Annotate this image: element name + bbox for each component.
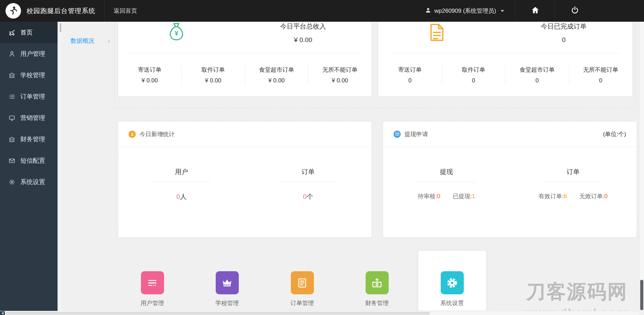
sidebar-item-settings[interactable]: 系统设置 [0, 171, 58, 193]
back-home-link[interactable]: 返回首页 [114, 7, 137, 15]
tab-data-overview[interactable]: 数据概况 › [71, 37, 110, 45]
navbar-divider [104, 0, 105, 22]
navbar-divider [555, 0, 555, 22]
app-logo[interactable] [6, 3, 21, 19]
scrollbar-corner [639, 311, 644, 315]
user-icon [425, 7, 431, 15]
user-menu[interactable]: wp260909 (系统管理员) [423, 7, 506, 15]
today-orders-value: 0 [303, 193, 307, 200]
person-badge-icon [129, 131, 136, 138]
shortcut-order-management[interactable]: 订单管理 [274, 271, 331, 307]
sidebar-item-sms[interactable]: 短信配置 [0, 150, 58, 171]
gear-icon [8, 179, 15, 185]
withdraw-done: 已提现:1 [453, 192, 475, 200]
sidebar-item-label: 系统设置 [20, 178, 45, 186]
navbar-divider [515, 0, 515, 22]
underline [418, 182, 476, 182]
sidebar-item-label: 用户管理 [20, 50, 45, 58]
top-navbar: 校园跑腿后台管理系统 返回首页 wp260909 (系统管理员) [0, 0, 644, 22]
withdraw-title: 提现申请 [405, 130, 428, 138]
withdraw-card: 提现申请 (单位:个) 提现 待审核:0 已提现:1 订单 有效订单:6 无效订… [383, 121, 637, 237]
gear-icon [441, 271, 464, 294]
home-icon [531, 6, 540, 16]
sidebar-item-orders[interactable]: 订单管理 [0, 86, 58, 107]
income-stat: 无所不能订单 ¥ 0.00 [308, 66, 371, 84]
completed-value: 0 [562, 36, 566, 44]
envelope-icon [8, 157, 15, 164]
completed-orders-card: 今日已完成订单 0 寄送订单 0 取件订单 0 食堂超市订单 0 无所不能订单 [378, 13, 633, 96]
orders-valid: 有效订单:6 [539, 192, 567, 200]
income-card: ¥ 今日平台总收入 ¥ 0.00 寄送订单 ¥ 0.00 取件订单 ¥ 0.00 [118, 13, 372, 96]
sidebar-item-users[interactable]: 用户管理 [0, 43, 58, 64]
sidebar-item-finance[interactable]: 财务管理 [0, 129, 58, 150]
sidebar-item-label: 财务管理 [20, 135, 45, 143]
today-stats-card: 今日新增统计 用户 0人 订单 0个 [118, 121, 372, 237]
today-orders-column: 订单 0个 [245, 147, 372, 237]
sidebar: 首页 用户管理 学校管理 [0, 22, 58, 311]
unit-note: (单位:个) [603, 130, 626, 138]
username: wp260909 (系统管理员) [434, 7, 496, 15]
today-stats-title: 今日新增统计 [140, 130, 175, 138]
sidebar-scrollbar-thumb[interactable] [60, 23, 61, 32]
sidebar-item-label: 营销管理 [20, 114, 45, 122]
shortcut-user-management[interactable]: 用户管理 [124, 271, 181, 307]
bank-icon [8, 136, 15, 143]
chevron-right-icon: › [108, 37, 110, 45]
school-icon [8, 72, 15, 79]
horizontal-scrollbar-thumb[interactable] [6, 312, 430, 315]
withdraw-column: 提现 待审核:0 已提现:1 [383, 147, 510, 237]
income-stat: 食堂超市订单 ¥ 0.00 [245, 66, 308, 84]
sidebar-scrollbar[interactable] [59, 22, 62, 311]
income-stat: 寄送订单 ¥ 0.00 [118, 66, 181, 84]
user-list-icon [141, 271, 164, 294]
sidebar-item-label: 学校管理 [20, 71, 45, 79]
crown-icon [216, 271, 239, 294]
shortcut-school-management[interactable]: 学校管理 [198, 271, 256, 307]
today-users-value: 0 [176, 193, 180, 200]
income-stat: 取件订单 ¥ 0.00 [182, 66, 245, 84]
income-value: ¥ 0.00 [294, 36, 312, 44]
shortcut-system-settings[interactable]: 系统设置 [423, 271, 481, 307]
tab-label: 数据概况 [71, 37, 94, 45]
svg-text:¥: ¥ [175, 30, 178, 37]
completed-stat: 无所不能订单 0 [569, 66, 633, 84]
vertical-scrollbar[interactable] [639, 22, 644, 311]
income-title: 今日平台总收入 [280, 22, 326, 31]
sidebar-item-home[interactable]: 首页 [0, 22, 58, 43]
completed-title: 今日已完成订单 [541, 22, 587, 31]
sidebar-item-label: 短信配置 [20, 156, 45, 165]
withdraw-pending: 待审核:0 [418, 192, 440, 200]
money-bag-icon: ¥ [167, 22, 186, 44]
runner-icon [8, 5, 19, 17]
chevron-down-icon [501, 10, 504, 12]
today-orders-unit: 个 [307, 193, 313, 200]
list-icon [8, 93, 15, 100]
underline [153, 182, 211, 182]
rickshaw-icon [8, 29, 15, 36]
horizontal-scrollbar[interactable] [0, 311, 639, 315]
sidebar-item-schools[interactable]: 学校管理 [0, 64, 58, 86]
withdraw-orders-column: 订单 有效订单:6 无效订单:0 [510, 147, 637, 237]
scroll-left-button[interactable] [0, 311, 5, 315]
app-title: 校园跑腿后台管理系统 [27, 7, 95, 16]
monitor-icon [8, 114, 15, 121]
sidebar-item-label: 订单管理 [20, 92, 45, 101]
underline [544, 182, 602, 182]
power-icon [570, 6, 580, 16]
completed-stat: 食堂超市订单 0 [505, 66, 569, 84]
sidebar-item-marketing[interactable]: 营销管理 [0, 107, 58, 129]
money-deposit-icon [366, 271, 389, 294]
user-icon [8, 50, 15, 57]
underline [279, 182, 337, 182]
completed-stat: 寄送订单 0 [378, 66, 442, 84]
logout-button[interactable] [564, 0, 585, 22]
sidebar-item-label: 首页 [20, 28, 33, 37]
vertical-scrollbar-thumb[interactable] [640, 280, 643, 310]
document-icon [429, 23, 445, 43]
home-button[interactable] [524, 0, 546, 22]
completed-stat: 取件订单 0 [442, 66, 505, 84]
mail-badge-icon [393, 131, 401, 138]
order-doc-icon [291, 271, 314, 294]
orders-invalid: 无效订单:0 [579, 192, 607, 200]
shortcut-finance-management[interactable]: 财务管理 [348, 271, 406, 307]
